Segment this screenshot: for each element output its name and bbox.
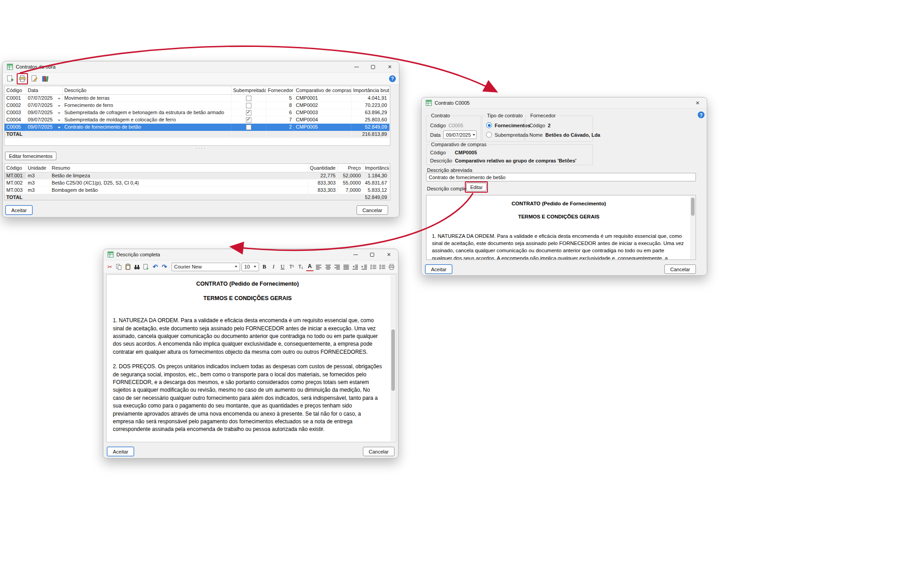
comparativo-descricao-value: Comparativo relativo ao grupo de compras… bbox=[455, 158, 576, 163]
item-row[interactable]: MT.002 m3 Betão C25/30 (XC1(p), D25, S3,… bbox=[5, 179, 389, 186]
preview-scrollbar[interactable] bbox=[690, 196, 695, 259]
bullet-list-icon[interactable] bbox=[370, 263, 377, 271]
font-color-button[interactable]: A bbox=[306, 263, 314, 271]
comparativo-codigo-value: CMP0005 bbox=[455, 150, 477, 155]
descricao-label: Descrição bbox=[430, 158, 452, 163]
col-header-quantidade[interactable]: Quantidade bbox=[308, 164, 338, 172]
copy-icon[interactable] bbox=[115, 263, 123, 271]
descricao-completa-preview[interactable]: CONTRATO (Pedido de Fornecimento) TERMOS… bbox=[426, 195, 696, 260]
align-right-icon[interactable] bbox=[333, 263, 341, 271]
aceitar-button[interactable]: Aceitar bbox=[425, 264, 452, 274]
descricao-abreviada-label: Descrição abreviada bbox=[427, 167, 472, 173]
aceitar-button[interactable]: Aceitar bbox=[107, 447, 134, 456]
window-title: Descrição completa bbox=[116, 252, 160, 257]
find-icon[interactable] bbox=[133, 263, 141, 271]
date-dropdown-icon[interactable] bbox=[58, 120, 60, 121]
subscript-button[interactable]: T₁ bbox=[297, 263, 305, 271]
col-header-resumo[interactable]: Resumo bbox=[50, 164, 308, 172]
cancelar-button[interactable]: Cancelar bbox=[363, 447, 394, 456]
print-icon[interactable] bbox=[388, 263, 395, 271]
italic-button[interactable]: I bbox=[269, 263, 277, 271]
numbered-list-icon[interactable] bbox=[379, 263, 386, 271]
underline-button[interactable]: U bbox=[279, 263, 287, 271]
bold-button[interactable]: B bbox=[260, 263, 268, 271]
col-header-importancia-bruta[interactable]: Importância bruta bbox=[351, 86, 389, 94]
col-header-fornecedor[interactable]: Fornecedor bbox=[266, 86, 294, 94]
col-header-descricao[interactable]: Descrição bbox=[62, 86, 231, 94]
subempreitada-checkbox[interactable] bbox=[246, 125, 251, 130]
font-size-select[interactable]: 10 bbox=[241, 263, 259, 271]
minimize-button[interactable] bbox=[348, 61, 365, 72]
help-icon[interactable] bbox=[698, 111, 705, 118]
col-header-codigo[interactable]: Código bbox=[5, 86, 26, 94]
date-dropdown-icon[interactable] bbox=[58, 98, 60, 100]
cancelar-button[interactable]: Cancelar bbox=[357, 205, 388, 215]
contract-row-selected[interactable]: C0005 09/07/2025 Contrato de forneciment… bbox=[5, 123, 389, 130]
editor-scrollbar[interactable] bbox=[390, 275, 395, 441]
descricao-abreviada-input[interactable] bbox=[426, 173, 696, 181]
scrollbar-thumb[interactable] bbox=[691, 198, 695, 216]
editar-fornecimentos-button[interactable]: Editar fornecimentos bbox=[5, 152, 56, 160]
date-dropdown-icon[interactable] bbox=[58, 105, 60, 107]
col-header-comparativo[interactable]: Comparativo de compras bbox=[294, 86, 351, 94]
date-dropdown-icon[interactable] bbox=[58, 127, 60, 129]
justify-icon[interactable] bbox=[342, 263, 350, 271]
doc-heading-1: CONTRATO (Pedido de Fornecimento) bbox=[113, 280, 382, 288]
subempreitada-checkbox[interactable] bbox=[246, 110, 251, 116]
document-editor[interactable]: CONTRATO (Pedido de Fornecimento) TERMOS… bbox=[106, 274, 396, 442]
close-button[interactable] bbox=[689, 97, 706, 108]
reports-icon[interactable] bbox=[41, 74, 50, 83]
aceitar-button[interactable]: Aceitar bbox=[5, 205, 32, 215]
contract-row[interactable]: C0001 07/07/2025 Movimento de terras 5 C… bbox=[5, 94, 389, 102]
contract-row[interactable]: C0002 07/07/2025 Fornecimento de ferro 8… bbox=[5, 102, 389, 109]
col-header-importancia[interactable]: Importância bbox=[363, 164, 389, 172]
col-header-codigo[interactable]: Código bbox=[5, 164, 26, 172]
col-header-preco[interactable]: Preço bbox=[338, 164, 363, 172]
minimize-button[interactable] bbox=[347, 249, 364, 260]
cut-icon[interactable] bbox=[106, 263, 114, 271]
scrollbar-thumb[interactable] bbox=[391, 329, 395, 391]
subempreitada-checkbox[interactable] bbox=[246, 117, 251, 123]
titlebar[interactable]: Descrição completa bbox=[103, 249, 398, 260]
subempreitada-radio[interactable] bbox=[486, 132, 492, 138]
add-record-icon[interactable] bbox=[6, 74, 14, 83]
item-row[interactable]: MT.003 m3 Bombagem de betão 833,303 7,00… bbox=[5, 186, 389, 194]
fornecimentos-radio[interactable] bbox=[486, 122, 492, 128]
doc-paragraph-2: 2. DOS PREÇOS. Os preços unitários indic… bbox=[113, 363, 382, 434]
date-dropdown-icon[interactable] bbox=[58, 112, 60, 114]
titlebar[interactable]: Contratos da obra bbox=[3, 61, 399, 73]
subempreitada-checkbox[interactable] bbox=[246, 103, 251, 108]
splitter-handle[interactable] bbox=[3, 146, 399, 152]
contract-row[interactable]: C0003 09/07/2025 Subempreitada de cofrag… bbox=[5, 109, 389, 116]
help-icon[interactable] bbox=[389, 75, 396, 82]
editar-button[interactable]: Editar bbox=[466, 183, 487, 191]
undo-icon[interactable] bbox=[152, 263, 159, 271]
edit-icon[interactable] bbox=[30, 74, 39, 83]
col-header-data[interactable]: Data bbox=[26, 86, 62, 94]
data-label: Data bbox=[430, 132, 440, 138]
maximize-button[interactable] bbox=[364, 249, 380, 260]
align-left-icon[interactable] bbox=[315, 263, 323, 271]
increase-indent-icon[interactable] bbox=[360, 263, 368, 271]
align-center-icon[interactable] bbox=[324, 263, 332, 271]
close-button[interactable] bbox=[381, 61, 398, 72]
contract-row[interactable]: C0004 09/07/2025 Subempreitada de moldag… bbox=[5, 116, 389, 123]
codigo-label: Código bbox=[430, 150, 446, 155]
chevron-down-icon bbox=[254, 266, 256, 268]
superscript-button[interactable]: T¹ bbox=[288, 263, 296, 271]
paste-special-icon[interactable] bbox=[142, 263, 150, 271]
font-family-select[interactable]: Courier New bbox=[172, 263, 241, 271]
subempreitada-checkbox[interactable] bbox=[246, 96, 251, 101]
close-button[interactable] bbox=[380, 249, 397, 260]
decrease-indent-icon[interactable] bbox=[351, 263, 359, 271]
data-combobox[interactable]: 09/07/2025 bbox=[443, 130, 477, 139]
col-header-subempreitada[interactable]: Subempreitada bbox=[231, 86, 266, 94]
titlebar[interactable]: Contrato C0005 bbox=[422, 97, 707, 109]
paste-icon[interactable] bbox=[124, 263, 132, 271]
redo-icon[interactable] bbox=[161, 263, 168, 271]
print-icon[interactable] bbox=[18, 74, 27, 83]
col-header-unidade[interactable]: Unidade bbox=[26, 164, 50, 172]
item-row[interactable]: MT.001 m3 Betão de limpeza 22,775 52,000… bbox=[5, 172, 389, 179]
maximize-button[interactable] bbox=[365, 61, 381, 72]
cancelar-button[interactable]: Cancelar bbox=[664, 264, 696, 274]
